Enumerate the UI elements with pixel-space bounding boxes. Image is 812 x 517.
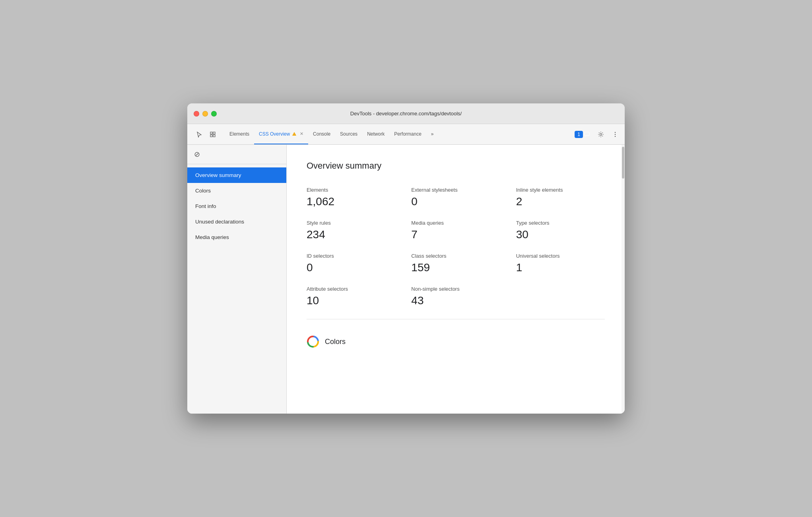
titlebar: DevTools - developer.chrome.com/tags/dev…: [187, 103, 625, 124]
stat-external-stylesheets: External stylesheets 0: [411, 187, 500, 208]
main-area: ⊘ Overview summary Colors Font info Unus…: [187, 145, 625, 414]
page-title: Overview summary: [307, 161, 605, 171]
sidebar-item-font-info[interactable]: Font info: [187, 198, 286, 214]
stat-style-rules: Style rules 234: [307, 220, 395, 241]
svg-point-9: [615, 136, 616, 136]
more-icon: [612, 131, 618, 138]
stat-inline-style-elements: Inline style elements 2: [516, 187, 605, 208]
stat-universal-selectors: Universal selectors 1: [516, 253, 605, 274]
maximize-button[interactable]: [211, 111, 217, 117]
stat-type-selectors: Type selectors 30: [516, 220, 605, 241]
colors-ring-icon: [307, 335, 319, 348]
svg-point-7: [615, 132, 616, 132]
tab-network[interactable]: Network: [362, 124, 389, 144]
stat-id-selectors: ID selectors 0: [307, 253, 395, 274]
svg-point-8: [615, 134, 616, 134]
svg-rect-2: [210, 135, 212, 137]
svg-rect-5: [585, 132, 589, 136]
sidebar-nav: Overview summary Colors Font info Unused…: [187, 164, 286, 248]
tab-css-overview[interactable]: CSS Overview ! ✕: [254, 124, 308, 144]
stats-grid: Elements 1,062 External stylesheets 0 In…: [307, 187, 605, 307]
more-button[interactable]: [609, 130, 622, 139]
stat-elements: Elements 1,062: [307, 187, 395, 208]
svg-point-6: [600, 133, 602, 135]
tab-right-icons: 1: [571, 124, 622, 144]
close-button[interactable]: [194, 111, 199, 117]
tab-tool-icons: [190, 124, 221, 144]
scrollbar-thumb[interactable]: [622, 147, 624, 179]
sidebar-item-colors[interactable]: Colors: [187, 183, 286, 198]
tabbar: Elements CSS Overview ! ✕ Console Source…: [187, 124, 625, 145]
tab-sources[interactable]: Sources: [335, 124, 362, 144]
window-title: DevTools - developer.chrome.com/tags/dev…: [350, 111, 462, 117]
sidebar-item-unused-declarations[interactable]: Unused declarations: [187, 214, 286, 229]
stat-non-simple-selectors: Non-simple selectors 43: [411, 286, 500, 307]
cursor-icon[interactable]: [194, 129, 205, 140]
tab-close-icon[interactable]: ✕: [300, 131, 303, 136]
stat-class-selectors: Class selectors 159: [411, 253, 500, 274]
stat-media-queries: Media queries 7: [411, 220, 500, 241]
section-divider: [307, 319, 605, 319]
devtools-window: DevTools - developer.chrome.com/tags/dev…: [187, 103, 625, 414]
scrollbar[interactable]: [622, 145, 625, 414]
sidebar-top: ⊘: [187, 145, 286, 164]
settings-button[interactable]: [594, 130, 607, 139]
svg-rect-3: [213, 135, 215, 137]
content-inner: Overview summary Elements 1,062 External…: [287, 145, 625, 368]
colors-section: Colors: [307, 331, 605, 352]
traffic-lights: [194, 111, 217, 117]
svg-rect-0: [210, 132, 212, 134]
tab-more[interactable]: »: [426, 124, 439, 144]
sidebar-item-overview-summary[interactable]: Overview summary: [187, 167, 286, 183]
sidebar-item-media-queries[interactable]: Media queries: [187, 229, 286, 245]
chat-icon: [584, 132, 590, 137]
warning-icon: !: [292, 132, 297, 136]
inspect-icon[interactable]: [207, 129, 218, 140]
minimize-button[interactable]: [202, 111, 208, 117]
svg-rect-1: [213, 132, 215, 134]
tab-console[interactable]: Console: [308, 124, 335, 144]
colors-section-title: Colors: [325, 338, 346, 346]
no-entry-icon[interactable]: ⊘: [191, 149, 202, 160]
content-area: Overview summary Elements 1,062 External…: [287, 145, 625, 414]
notification-badge: 1: [575, 131, 583, 138]
notification-button[interactable]: 1: [571, 129, 593, 140]
tab-elements[interactable]: Elements: [225, 124, 254, 144]
tab-performance[interactable]: Performance: [389, 124, 426, 144]
stat-attribute-selectors: Attribute selectors 10: [307, 286, 395, 307]
sidebar: ⊘ Overview summary Colors Font info Unus…: [187, 145, 287, 414]
gear-icon: [598, 131, 604, 138]
